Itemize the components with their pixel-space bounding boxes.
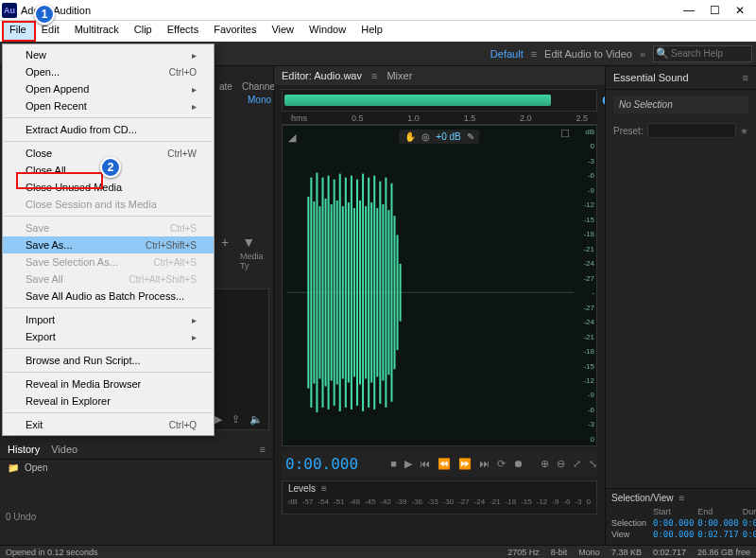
menu-export[interactable]: Export▸ [3,328,214,345]
svg-rect-20 [362,174,364,411]
ruler-tick: 1.0 [407,113,420,123]
selview-view-dur[interactable]: 0:02.717 [743,530,756,539]
menu-reveal-media-browser[interactable]: Reveal in Media Browser [3,375,214,392]
tab-mixer[interactable]: Mixer [387,70,412,81]
essential-sound-menu-icon[interactable]: ≡ [743,72,748,83]
chevrons-icon[interactable]: » [640,48,645,60]
levels-menu-icon[interactable]: ≡ [321,483,327,494]
menu-effects[interactable]: Effects [160,21,206,42]
status-duration: 0:02.717 [653,548,686,557]
menu-browse-run-script[interactable]: Browse and Run Script... [3,352,214,369]
overview-strip[interactable]: ⬤ ⚙ [282,89,597,112]
window-title: Adobe Audition [21,5,91,16]
menu-favorites[interactable]: Favorites [206,21,264,42]
history-row-open[interactable]: 📁 Open [0,460,273,476]
svg-rect-17 [353,208,355,376]
selview-view-start[interactable]: 0:00.000 [653,530,694,539]
menu-view[interactable]: View [264,21,301,42]
transport-rec-icon[interactable]: ⏺ [513,458,524,470]
db-scale: dB 0-3-6-9-12-15-18-21-24-27- -27-24-21-… [576,126,594,445]
menu-save-batch[interactable]: Save All Audio as Batch Process... [3,288,214,305]
menu-save-as[interactable]: Save As...Ctrl+Shift+S [3,236,214,253]
timecode-display[interactable]: 0:00.000 [282,455,358,473]
menu-exit[interactable]: ExitCtrl+Q [3,416,214,433]
menu-open-recent[interactable]: Open Recent▸ [3,97,214,114]
right-panel-column: Essential Sound ≡ No Selection Preset: ★… [605,66,756,545]
menu-clip[interactable]: Clip [127,21,160,42]
menu-open[interactable]: Open...Ctrl+O [3,63,214,80]
levels-title: Levels [288,483,316,494]
zoom-out-icon[interactable]: ⊖ [557,458,565,470]
close-button[interactable]: ✕ [735,4,745,17]
menu-close-unused[interactable]: Close Unused Media [3,179,214,196]
menu-open-append[interactable]: Open Append▸ [3,80,214,97]
svg-rect-1 [307,197,309,389]
menu-import[interactable]: Import▸ [3,311,214,328]
tab-video[interactable]: Video [51,444,77,455]
col-samplerate-label: ate [219,81,232,92]
selview-sel-dur[interactable]: 0:00.000 [743,518,756,528]
panel-menu-icon[interactable]: ≡ [260,444,266,455]
transport-loop-icon[interactable]: ⟳ [497,458,506,470]
history-row-label: Open [25,462,47,473]
waveform-svg [286,130,574,446]
menu-lines-icon[interactable]: ≡ [531,48,537,60]
zoom-in-icon[interactable]: ⊕ [541,458,549,470]
maximize-button[interactable]: ☐ [710,4,720,17]
workspace-edit-audio-video[interactable]: Edit Audio to Video [544,48,632,60]
svg-rect-19 [359,201,361,385]
filter-icon[interactable]: ▼ [242,235,255,250]
preset-dropdown[interactable] [647,123,736,138]
svg-rect-18 [356,180,358,406]
tab-editor[interactable]: Editor: Audio.wav [282,70,362,81]
waveform-display[interactable]: ☐ ◢ ✋ ◎ +0 dB ✎ dB 0-3-6-9-12-15-18-21-2… [282,125,597,446]
video-play-icon[interactable]: ▶ [215,413,222,426]
transport-ffw-icon[interactable]: ⏩ [458,458,472,470]
ruler-tick: 2.5 [576,113,588,123]
transport-rew-icon[interactable]: ⏪ [438,458,451,470]
selview-sel-end[interactable]: 0:00.000 [697,518,738,528]
zoom-full-icon[interactable]: ⤢ [573,458,581,470]
editor-column: Editor: Audio.wav ≡ Mixer ⬤ ⚙ hms 0.5 1.… [274,66,605,545]
add-icon[interactable]: + [221,235,229,250]
svg-rect-5 [318,206,320,378]
menu-help[interactable]: Help [353,21,390,42]
menu-multitrack[interactable]: Multitrack [67,21,127,42]
selview-hdr-end: End [697,507,738,516]
app-icon: Au [2,3,17,18]
tab-history[interactable]: History [8,444,40,455]
menu-save-all: Save AllCtrl+Alt+Shift+S [3,270,214,288]
video-export-icon[interactable]: ⇪ [232,413,240,426]
menu-file[interactable]: File [2,21,34,42]
status-filesize: 7.38 KB [611,548,642,557]
editor-tab-menu-icon[interactable]: ≡ [371,70,377,81]
workspace-default[interactable]: Default [490,48,524,60]
preset-star-icon[interactable]: ★ [740,126,748,136]
svg-rect-33 [400,264,402,322]
transport-stop-icon[interactable]: ■ [390,458,397,470]
selection-view-panel: Selection/View≡ Start End Duration Selec… [606,488,756,545]
transport-play-icon[interactable]: ▶ [404,458,412,470]
selview-sel-start[interactable]: 0:00.000 [653,518,694,528]
ruler-tick: 0.5 [352,113,364,123]
selection-view-menu-icon[interactable]: ≡ [679,493,684,503]
menu-extract-cd[interactable]: Extract Audio from CD... [3,121,214,138]
selection-view-title: Selection/View [611,493,673,503]
menu-new[interactable]: New▸ [3,46,214,63]
selview-selection-label: Selection [611,518,649,528]
video-speaker-icon[interactable]: 🔈 [249,413,263,426]
menu-close-session: Close Session and its Media [3,196,214,213]
transport-next-icon[interactable]: ⏭ [479,458,490,470]
transport-prev-icon[interactable]: ⏮ [420,458,430,470]
minimize-button[interactable]: — [683,4,695,17]
menu-edit[interactable]: Edit [34,21,67,42]
svg-rect-32 [397,235,399,350]
selview-view-end[interactable]: 0:02.717 [697,530,738,539]
overview-waveform [284,95,551,106]
zoom-sel-icon[interactable]: ⤡ [589,458,597,470]
svg-rect-26 [379,182,381,404]
status-diskfree: 26.86 GB free [697,548,750,557]
time-ruler[interactable]: hms 0.5 1.0 1.5 2.0 2.5 [282,112,597,125]
menu-reveal-explorer[interactable]: Reveal in Explorer [3,392,214,410]
menu-window[interactable]: Window [301,21,353,42]
